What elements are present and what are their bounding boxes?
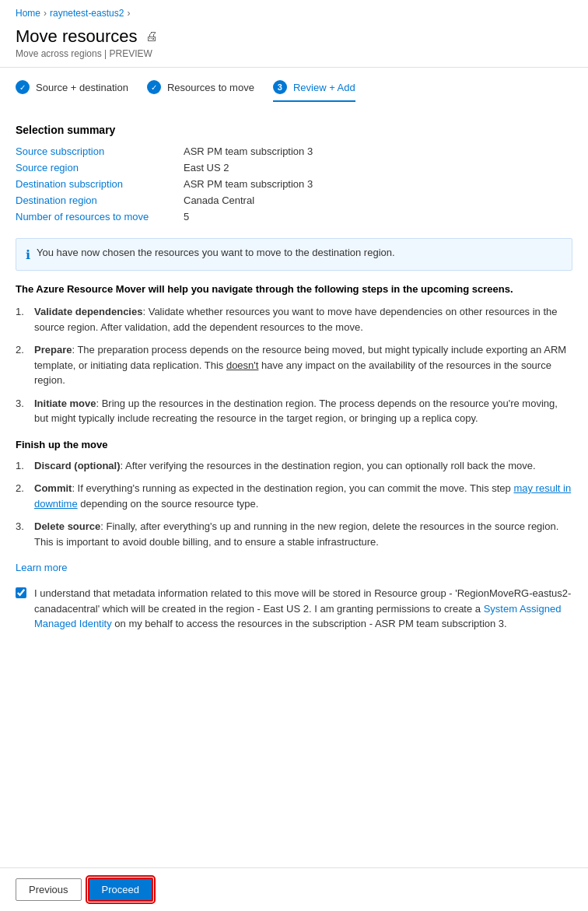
info-box: ℹ You have now chosen the resources you … [16,238,572,271]
page-subtitle: Move across regions | PREVIEW [16,48,572,59]
step-review-add[interactable]: 3 Review + Add [273,80,355,102]
value-dest-region: Canada Central [184,194,572,206]
step-label-1: Source + destination [36,82,128,93]
print-icon[interactable]: 🖨 [145,30,158,44]
consent-checkbox-container[interactable] [16,587,26,603]
step-num-3: 3. [16,396,28,426]
step-bold-1: Validate dependencies [34,306,142,317]
list-item: 3. Delete source: Finally, after everyth… [16,519,572,549]
value-source-region: East US 2 [184,162,572,173]
step-bold-3: Initiate move [34,398,96,409]
step-num-1: 1. [16,304,28,335]
page-title: Move resources [16,26,138,47]
page-header: Move resources 🖨 Move across regions | P… [0,23,588,68]
finish-text-2b: depending on the source resource type. [78,498,259,510]
consent-text-after: on my behalf to access the resources in … [112,618,507,629]
learn-more-link[interactable]: Learn more [16,562,572,573]
finish-text-3: : Finally, after everything's up and run… [34,520,558,548]
breadcrumb-sep1: › [44,8,47,19]
value-source-subscription: ASR PM team subscription 3 [184,145,572,157]
label-source-region: Source region [16,162,171,173]
consent-checkbox[interactable] [16,587,26,598]
finish-content-2: Commit: If everything's running as expec… [34,481,572,511]
info-icon: ℹ [26,247,30,262]
summary-grid: Source subscription ASR PM team subscrip… [16,145,572,222]
finish-text-1: : After verifying the resources in the d… [121,460,536,471]
finish-title: Finish up the move [16,439,572,450]
label-num-resources: Number of resources to move [16,211,171,222]
steps-nav: ✓ Source + destination ✓ Resources to mo… [16,80,572,105]
list-item: 2. Prepare: The preparation process depe… [16,342,572,388]
steps-after-list: 1. Discard (optional): After verifying t… [16,458,572,550]
main-description: The Azure Resource Mover will help you n… [16,283,572,295]
step-check-1: ✓ [16,80,30,94]
consent-text: I understand that metadata information r… [34,586,572,632]
step-resources-to-move[interactable]: ✓ Resources to move [147,80,254,102]
finish-bold-2: Commit [34,482,72,494]
label-source-subscription: Source subscription [16,145,171,157]
main-content: ✓ Source + destination ✓ Resources to mo… [0,68,588,867]
info-message: You have now chosen the resources you wa… [37,247,395,258]
proceed-button[interactable]: Proceed [88,878,153,902]
step-label-2: Resources to move [167,82,254,93]
list-item: 1. Discard (optional): After verifying t… [16,458,572,474]
list-item: 1. Validate dependencies: Validate wheth… [16,304,572,335]
step-label-3: Review + Add [293,82,355,93]
step-content-2: Prepare: The preparation process depends… [34,342,572,388]
step-number-3: 3 [273,80,287,94]
finish-content-1: Discard (optional): After verifying the … [34,458,572,474]
breadcrumb-home[interactable]: Home [16,8,40,19]
list-item: 3. Initiate move: Bring up the resources… [16,396,572,426]
step-text-3: : Bring up the resources in the destinat… [34,398,558,425]
breadcrumb-sep2: › [127,8,130,19]
step-underline-2: doesn't [226,359,259,371]
value-dest-subscription: ASR PM team subscription 3 [184,178,572,190]
step-content-3: Initiate move: Bring up the resources in… [34,396,572,426]
finish-text-2a: : If everything's running as expected in… [72,482,513,494]
steps-before-list: 1. Validate dependencies: Validate wheth… [16,304,572,426]
finish-num-2: 2. [16,481,28,511]
label-dest-subscription: Destination subscription [16,178,171,190]
finish-content-3: Delete source: Finally, after everything… [34,519,572,549]
footer: Previous Proceed [0,867,588,911]
value-num-resources: 5 [184,211,572,222]
finish-bold-1: Discard (optional) [34,460,121,471]
step-num-2: 2. [16,342,28,388]
selection-summary-title: Selection summary [16,124,572,136]
step-source-dest[interactable]: ✓ Source + destination [16,80,128,102]
finish-bold-3: Delete source [34,520,100,532]
previous-button[interactable]: Previous [16,878,82,901]
breadcrumb: Home › raynetest-eastus2 › [0,0,588,23]
step-bold-2: Prepare [34,344,72,356]
breadcrumb-resource[interactable]: raynetest-eastus2 [50,8,124,19]
step-check-2: ✓ [147,80,161,94]
finish-num-3: 3. [16,519,28,549]
step-content-1: Validate dependencies: Validate whether … [34,304,572,335]
consent-row: I understand that metadata information r… [16,586,572,632]
list-item: 2. Commit: If everything's running as ex… [16,481,572,511]
finish-num-1: 1. [16,458,28,474]
label-dest-region: Destination region [16,194,171,206]
